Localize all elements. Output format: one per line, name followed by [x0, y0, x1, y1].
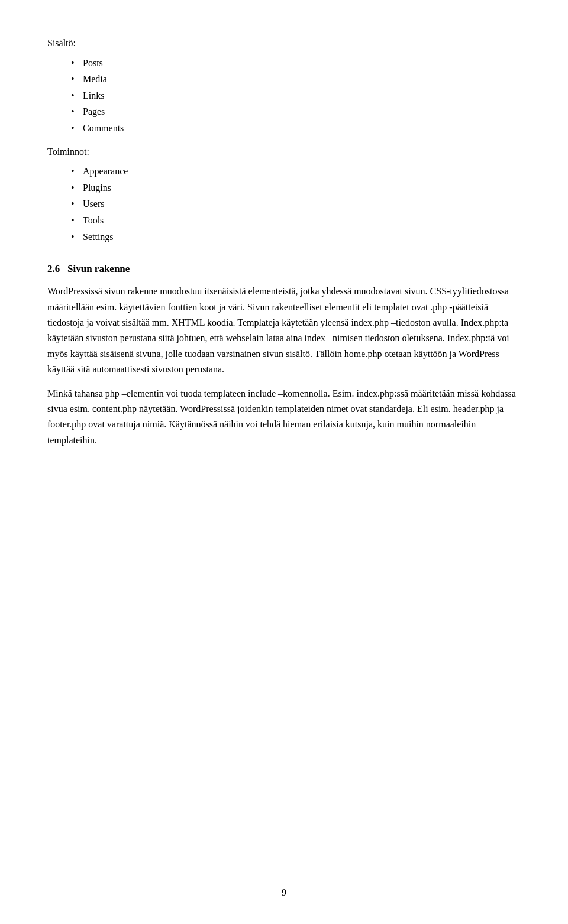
list-item: Comments	[71, 121, 521, 136]
list-item: Users	[71, 196, 521, 212]
list-item: Posts	[71, 56, 521, 71]
intro-section: Sisältö: Posts Media Links Pages Comment…	[47, 35, 521, 244]
list-item: Pages	[71, 104, 521, 119]
list-item: Appearance	[71, 164, 521, 179]
section-heading: 2.6 Sivun rakenne	[47, 261, 521, 277]
page-container: Sisältö: Posts Media Links Pages Comment…	[0, 0, 568, 924]
list-item: Settings	[71, 229, 521, 245]
content-list: Posts Media Links Pages Comments	[71, 56, 521, 136]
paragraph-1: WordPressissä sivun rakenne muodostuu it…	[47, 284, 521, 377]
list-item: Media	[71, 72, 521, 87]
sisalto-label: Sisältö:	[47, 35, 521, 51]
list-item: Plugins	[71, 180, 521, 196]
list-item: Tools	[71, 213, 521, 228]
paragraph-2: Minkä tahansa php –elementin voi tuoda t…	[47, 386, 521, 449]
toiminnot-list: Appearance Plugins Users Tools Settings	[71, 164, 521, 244]
toiminnot-label: Toiminnot:	[47, 144, 521, 160]
page-number: 9	[282, 885, 286, 900]
content-area: Sisältö: Posts Media Links Pages Comment…	[47, 35, 521, 448]
list-item: Links	[71, 88, 521, 103]
